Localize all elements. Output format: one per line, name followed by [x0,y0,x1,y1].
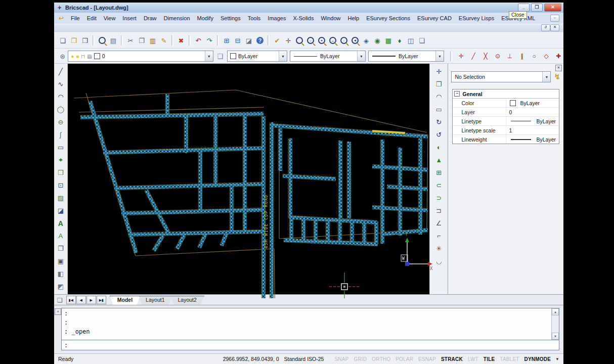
menu-insert[interactable]: Insert [119,14,140,23]
paste-icon[interactable]: ▥ [147,35,158,46]
match-properties-icon[interactable]: ✎ [158,35,169,46]
property-row-layer[interactable]: Layer0 [453,108,559,117]
status-toggle-tile[interactable]: TILE [484,356,495,362]
redo-icon[interactable]: ↷ [204,35,215,46]
snap-parallel-icon[interactable]: ∥ [517,51,527,62]
print-icon[interactable]: ▤ [108,35,119,46]
join-icon[interactable]: ◡ [433,255,445,267]
arc-icon[interactable]: ◠ [55,90,66,103]
ellipse-icon[interactable]: ⊖ [55,116,66,128]
tile-windows-icon[interactable]: ❏ [416,35,427,46]
rectangle-icon[interactable]: ▭ [55,141,66,154]
polyline-icon[interactable]: ∿ [55,78,66,90]
status-coordinates[interactable]: 2966.9952, 849.0439, 0 [223,356,279,362]
rotate-ccw-icon[interactable]: ↺ [433,128,445,141]
status-menu-arrow-icon[interactable]: ▼ [555,357,559,361]
properties-section-general[interactable]: − General [453,89,559,99]
copy-entity-icon[interactable]: ❐ [55,242,66,255]
chevron-down-icon[interactable]: ▼ [205,51,213,61]
property-value[interactable]: ByLayer [506,136,559,143]
point-icon[interactable]: ✦ [55,154,66,166]
snap-midpoint-icon[interactable]: ╳ [480,51,491,62]
properties-close-button[interactable]: ✕ [555,65,562,71]
menu-draw[interactable]: Draw [140,14,160,23]
circle-icon[interactable]: ◯ [55,103,66,116]
collapse-icon[interactable]: − [454,91,460,97]
zoom-previous-icon[interactable]: ◂ [349,35,361,46]
rotate-icon[interactable]: ↻ [433,116,445,128]
zoom-extents-icon[interactable]: ◦ [338,35,349,46]
array-icon[interactable]: ⊞ [433,166,445,179]
spline-icon[interactable]: ∫ [55,128,66,141]
status-toggle-grid[interactable]: GRID [354,356,367,362]
quick-select-icon[interactable]: ↯ [554,72,560,81]
menu-modify[interactable]: Modify [194,14,217,23]
linetype-dropdown[interactable]: ByLayer ▼ [290,51,366,62]
status-toggle-strack[interactable]: STRACK [441,356,463,362]
command-history[interactable]: ::: _open ▲ ▼ [61,308,559,340]
line-icon[interactable]: ╱ [55,65,66,78]
snap-endpoint-icon[interactable]: ✛ [456,51,466,62]
property-value[interactable]: ByLayer [506,100,559,106]
render-icon[interactable]: ▦ [383,35,394,46]
save-icon[interactable]: ❒ [79,35,91,46]
status-toggle-tablet[interactable]: TABLET [500,356,519,362]
visual-styles-icon[interactable]: ♦ [394,35,405,46]
copy-clipboard-icon[interactable]: ❐ [136,35,147,46]
mtext-icon[interactable]: A [55,230,66,242]
snap-node-icon[interactable]: ○ [529,51,539,62]
pan-icon[interactable]: ✛ [283,35,294,46]
menu-esurvey-sections[interactable]: ESurvey Sections [363,14,414,23]
chevron-down-icon[interactable]: ▼ [542,72,550,82]
snap-quadrant-icon[interactable]: ◇ [541,51,551,62]
drawing-explorer-icon[interactable]: ⊞ [221,35,232,46]
fillet-arc-icon[interactable]: ◠ [433,90,445,103]
hatch-icon[interactable]: ▨ [55,192,66,204]
stretch-icon[interactable]: ▭ [433,103,445,116]
region-icon[interactable]: ◧ [55,267,66,280]
tab-model[interactable]: Model [110,296,140,305]
look-icon[interactable]: ◉ [372,35,383,46]
scroll-up-icon[interactable]: ▲ [552,308,559,315]
menu-edit[interactable]: Edit [83,14,100,23]
property-value[interactable]: 0 [506,109,559,115]
chevron-down-icon[interactable]: ▼ [279,51,287,61]
named-views-icon[interactable]: ◈ [361,35,372,46]
maximize-button[interactable]: ❐ [531,4,543,12]
color-dropdown[interactable]: ByLayer ▼ [227,51,287,62]
block-icon[interactable]: ❒ [55,166,66,179]
mdi-close-button[interactable]: ✕ [550,24,559,31]
chamfer-icon[interactable]: ∠ [433,217,445,230]
explode-icon[interactable]: ✳ [433,242,445,255]
property-row-linetype[interactable]: LinetypeByLayer [453,117,559,126]
menu-esurvey-cad[interactable]: ESurvey CAD [414,14,455,23]
menu-window[interactable]: Window [317,14,344,23]
menu-file[interactable]: File [67,14,83,23]
text-icon[interactable]: A [55,217,66,230]
zoom-window-icon[interactable]: ▫ [305,35,316,46]
command-input[interactable]: : [61,340,559,350]
chevron-down-icon[interactable]: ▼ [357,51,365,61]
snap-center-icon[interactable]: ⊙ [493,51,503,62]
insert-block-icon[interactable]: ⊡ [55,179,66,192]
break-icon[interactable]: ⌐ [433,230,445,242]
zoom-in-icon[interactable]: + [316,35,327,46]
mdi-restore-button[interactable]: ∂ [541,24,550,31]
property-row-lineweight[interactable]: LineweightByLayer [453,135,559,144]
status-toggle-snap[interactable]: SNAP [334,356,348,362]
command-window-button[interactable]: ✕ [55,308,61,315]
drawing-canvas[interactable]: 45M WIDE CDP ROADYXW [68,64,429,294]
layer-explorer-icon[interactable]: ⊛ [57,51,68,62]
menu-help[interactable]: Help [344,14,363,23]
scale-icon[interactable]: ▲ [433,154,445,166]
property-row-linetype-scale[interactable]: Linetype scale1 [453,126,559,135]
undo-icon[interactable]: ↶ [193,35,204,46]
snap-perpendicular-icon[interactable]: ⊥ [505,51,515,62]
status-toggle-ortho[interactable]: ORTHO [372,356,390,362]
mdi-minimize-button[interactable]: – [550,15,559,22]
minimize-button[interactable]: _ [518,4,530,12]
image-attach-icon[interactable]: ◪ [55,204,66,217]
print-preview-icon[interactable] [97,35,108,46]
document-icon[interactable]: ↩ [57,15,65,22]
snap-nearest-icon[interactable]: ╱ [468,51,478,62]
